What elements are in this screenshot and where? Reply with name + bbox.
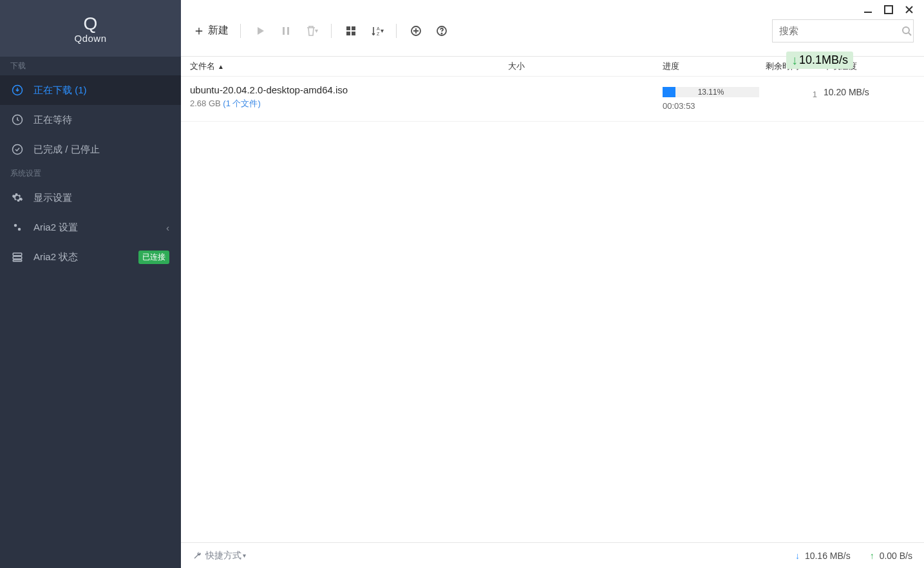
svg-rect-15 xyxy=(352,32,355,35)
sidebar-item-label: 显示设置 xyxy=(33,192,72,204)
statusbar-speeds: ↓ 10.16 MB/s ↑ 0.00 B/s xyxy=(795,551,912,561)
file-count-link[interactable]: (1 个文件) xyxy=(223,99,261,108)
shortcut-button[interactable]: 快捷方式 ▾ xyxy=(193,550,246,562)
sidebar-section-downloads: 下载 xyxy=(0,57,181,75)
sidebar-item-label: 正在下载 (1) xyxy=(33,84,87,97)
file-info-cell: ubuntu-20.04.2.0-desktop-amd64.iso 2.68 … xyxy=(190,84,508,109)
svg-point-3 xyxy=(14,224,17,227)
svg-point-4 xyxy=(18,228,21,231)
sidebar-item-aria2-status[interactable]: Aria2 状态 已连接 xyxy=(0,242,181,272)
download-list: ubuntu-20.04.2.0-desktop-amd64.iso 2.68 … xyxy=(181,77,924,542)
sidebar-section-settings: 系统设置 xyxy=(0,164,181,183)
grid-view-button[interactable] xyxy=(338,18,364,44)
plus-icon: ＋ xyxy=(193,22,205,39)
file-name: ubuntu-20.04.2.0-desktop-amd64.iso xyxy=(190,84,508,95)
speed-float-value: 10.1MB/s xyxy=(799,53,848,67)
logo-area: Q Qdown xyxy=(0,0,181,57)
svg-rect-5 xyxy=(13,253,22,256)
svg-rect-14 xyxy=(346,32,350,35)
download-speed: 10.20 MB/s xyxy=(824,84,901,97)
logo-text: Qdown xyxy=(74,33,106,44)
wrench-icon xyxy=(193,551,202,560)
size-cell xyxy=(508,84,663,96)
new-task-button[interactable]: ＋ 新建 xyxy=(187,18,234,44)
file-size: 2.68 GB xyxy=(190,99,221,108)
new-button-label: 新建 xyxy=(208,24,229,37)
sort-asc-icon: ▲ xyxy=(218,63,224,70)
search-icon xyxy=(901,26,912,36)
gears-icon xyxy=(12,222,26,233)
table-row[interactable]: ubuntu-20.04.2.0-desktop-amd64.iso 2.68 … xyxy=(181,77,924,122)
sidebar-item-waiting[interactable]: 正在等待 xyxy=(0,105,181,135)
shortcut-label: 快捷方式 xyxy=(205,550,241,562)
svg-text:Z: Z xyxy=(377,32,380,36)
column-header-progress[interactable]: 进度 xyxy=(663,61,766,72)
progress-percent: 13.11% xyxy=(663,87,759,97)
progress-bar: 13.11% xyxy=(663,87,759,97)
down-arrow-icon: ↓ xyxy=(795,551,800,561)
sidebar-item-finished[interactable]: 已完成 / 已停止 xyxy=(0,135,181,164)
remain-cell: 1 xyxy=(766,84,824,99)
server-icon xyxy=(12,251,26,263)
svg-rect-7 xyxy=(13,260,22,261)
chevron-down-icon: ▾ xyxy=(381,27,384,34)
sidebar-item-display-settings[interactable]: 显示设置 xyxy=(0,183,181,213)
svg-rect-6 xyxy=(13,256,22,259)
sidebar-item-label: 已完成 / 已停止 xyxy=(33,144,100,156)
speed-floating-badge: ↓ 10.1MB/s xyxy=(786,52,853,69)
svg-rect-10 xyxy=(283,27,285,35)
down-arrow-icon: ↓ xyxy=(791,53,798,68)
toolbar-separator xyxy=(331,24,332,38)
sidebar-item-label: Aria2 状态 xyxy=(33,251,78,263)
connection-status-badge: 已连接 xyxy=(138,251,169,264)
start-button[interactable] xyxy=(247,18,273,44)
global-download-speed: ↓ 10.16 MB/s xyxy=(795,551,851,561)
pause-button[interactable] xyxy=(273,18,299,44)
svg-rect-13 xyxy=(352,26,355,30)
sidebar: Q Qdown 下载 正在下载 (1) 正在等待 已完成 / 已停止 系统设置 xyxy=(0,0,181,568)
toolbar-separator xyxy=(396,24,397,38)
clock-icon xyxy=(12,114,26,126)
chevron-left-icon: ‹ xyxy=(166,222,169,233)
add-button[interactable] xyxy=(403,18,429,44)
app-window: Q Qdown 下载 正在下载 (1) 正在等待 已完成 / 已停止 系统设置 xyxy=(0,0,924,568)
delete-button[interactable]: ▾ xyxy=(299,18,325,44)
download-active-icon xyxy=(12,84,26,96)
sidebar-item-label: 正在等待 xyxy=(33,114,72,126)
toolbar: ＋ 新建 ▾ AZ ▾ xyxy=(181,5,924,57)
svg-point-2 xyxy=(13,145,23,155)
column-header-name[interactable]: 文件名 ▲ xyxy=(190,61,508,72)
sidebar-item-downloading[interactable]: 正在下载 (1) xyxy=(0,75,181,105)
remaining-time: 00:03:53 xyxy=(663,101,766,111)
svg-text:A: A xyxy=(377,26,380,31)
main-area: ＋ 新建 ▾ AZ ▾ xyxy=(181,0,924,568)
help-button[interactable] xyxy=(429,18,455,44)
logo-icon: Q xyxy=(84,14,98,34)
check-circle-icon xyxy=(12,144,26,155)
chevron-down-icon: ▾ xyxy=(315,27,318,34)
toolbar-separator xyxy=(240,24,241,38)
search-input[interactable] xyxy=(779,25,901,36)
search-box[interactable] xyxy=(772,19,914,43)
svg-rect-12 xyxy=(346,26,350,30)
status-bar: 快捷方式 ▾ ↓ 10.16 MB/s ↑ 0.00 B/s xyxy=(181,542,924,568)
file-subinfo: 2.68 GB (1 个文件) xyxy=(190,98,508,109)
connections-count: 1 xyxy=(766,90,824,99)
global-upload-speed: ↑ 0.00 B/s xyxy=(870,551,912,561)
sidebar-item-aria2-settings[interactable]: Aria2 设置 ‹ xyxy=(0,213,181,242)
svg-point-21 xyxy=(903,27,909,33)
progress-cell: 13.11% 00:03:53 xyxy=(663,84,766,111)
sidebar-item-label: Aria2 设置 xyxy=(33,222,78,234)
chevron-down-icon: ▾ xyxy=(243,552,246,559)
svg-point-20 xyxy=(441,33,442,33)
column-header-size[interactable]: 大小 xyxy=(508,61,663,72)
sort-button[interactable]: AZ ▾ xyxy=(364,18,390,44)
up-arrow-icon: ↑ xyxy=(870,551,874,561)
svg-rect-11 xyxy=(287,27,289,35)
gear-icon xyxy=(12,192,26,204)
